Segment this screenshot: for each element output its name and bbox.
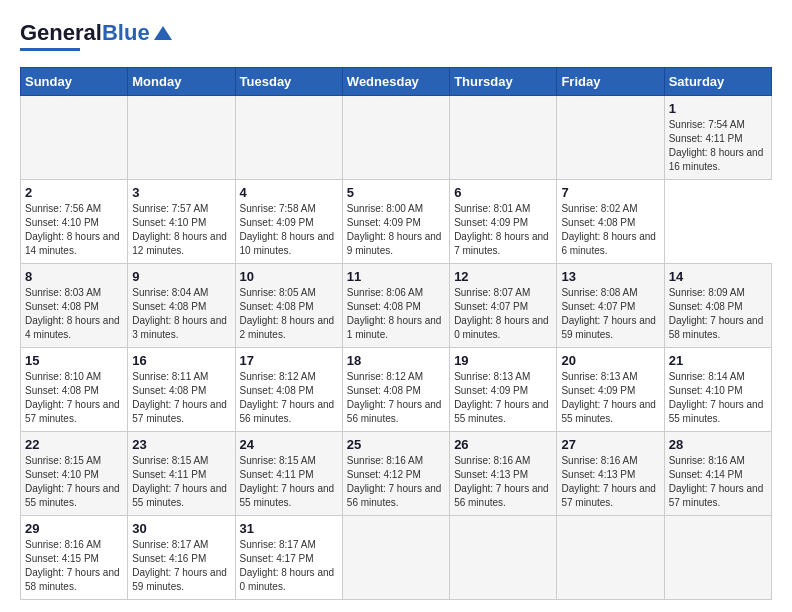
calendar-header-tuesday: Tuesday xyxy=(235,68,342,96)
calendar-day-16: 16Sunrise: 8:11 AMSunset: 4:08 PMDayligh… xyxy=(128,348,235,432)
calendar-header-friday: Friday xyxy=(557,68,664,96)
calendar-day-10: 10Sunrise: 8:05 AMSunset: 4:08 PMDayligh… xyxy=(235,264,342,348)
calendar-day-23: 23Sunrise: 8:15 AMSunset: 4:11 PMDayligh… xyxy=(128,432,235,516)
calendar-day-30: 30Sunrise: 8:17 AMSunset: 4:16 PMDayligh… xyxy=(128,516,235,600)
empty-cell xyxy=(664,516,771,600)
calendar-week-2: 2Sunrise: 7:56 AMSunset: 4:10 PMDaylight… xyxy=(21,180,772,264)
svg-marker-0 xyxy=(154,26,172,40)
empty-cell xyxy=(235,96,342,180)
calendar-day-21: 21Sunrise: 8:14 AMSunset: 4:10 PMDayligh… xyxy=(664,348,771,432)
calendar-day-27: 27Sunrise: 8:16 AMSunset: 4:13 PMDayligh… xyxy=(557,432,664,516)
logo: General Blue xyxy=(20,20,174,51)
calendar-day-29: 29Sunrise: 8:16 AMSunset: 4:15 PMDayligh… xyxy=(21,516,128,600)
calendar-day-11: 11Sunrise: 8:06 AMSunset: 4:08 PMDayligh… xyxy=(342,264,449,348)
logo-blue: Blue xyxy=(102,20,150,46)
calendar-day-5: 5Sunrise: 8:00 AMSunset: 4:09 PMDaylight… xyxy=(342,180,449,264)
calendar-day-28: 28Sunrise: 8:16 AMSunset: 4:14 PMDayligh… xyxy=(664,432,771,516)
calendar-week-4: 15Sunrise: 8:10 AMSunset: 4:08 PMDayligh… xyxy=(21,348,772,432)
logo-underline xyxy=(20,48,80,51)
calendar-day-1: 1Sunrise: 7:54 AMSunset: 4:11 PMDaylight… xyxy=(664,96,771,180)
calendar-header-row: SundayMondayTuesdayWednesdayThursdayFrid… xyxy=(21,68,772,96)
calendar-day-26: 26Sunrise: 8:16 AMSunset: 4:13 PMDayligh… xyxy=(450,432,557,516)
calendar-header-thursday: Thursday xyxy=(450,68,557,96)
calendar-day-3: 3Sunrise: 7:57 AMSunset: 4:10 PMDaylight… xyxy=(128,180,235,264)
empty-cell xyxy=(450,96,557,180)
calendar-day-15: 15Sunrise: 8:10 AMSunset: 4:08 PMDayligh… xyxy=(21,348,128,432)
logo-icon xyxy=(152,22,174,44)
calendar-day-13: 13Sunrise: 8:08 AMSunset: 4:07 PMDayligh… xyxy=(557,264,664,348)
calendar-day-12: 12Sunrise: 8:07 AMSunset: 4:07 PMDayligh… xyxy=(450,264,557,348)
calendar-day-31: 31Sunrise: 8:17 AMSunset: 4:17 PMDayligh… xyxy=(235,516,342,600)
calendar-day-20: 20Sunrise: 8:13 AMSunset: 4:09 PMDayligh… xyxy=(557,348,664,432)
calendar-header-monday: Monday xyxy=(128,68,235,96)
calendar-week-5: 22Sunrise: 8:15 AMSunset: 4:10 PMDayligh… xyxy=(21,432,772,516)
calendar-day-6: 6Sunrise: 8:01 AMSunset: 4:09 PMDaylight… xyxy=(450,180,557,264)
calendar-day-9: 9Sunrise: 8:04 AMSunset: 4:08 PMDaylight… xyxy=(128,264,235,348)
empty-cell xyxy=(450,516,557,600)
calendar-week-1: 1Sunrise: 7:54 AMSunset: 4:11 PMDaylight… xyxy=(21,96,772,180)
calendar-header-saturday: Saturday xyxy=(664,68,771,96)
calendar-week-3: 8Sunrise: 8:03 AMSunset: 4:08 PMDaylight… xyxy=(21,264,772,348)
calendar-day-18: 18Sunrise: 8:12 AMSunset: 4:08 PMDayligh… xyxy=(342,348,449,432)
calendar-day-2: 2Sunrise: 7:56 AMSunset: 4:10 PMDaylight… xyxy=(21,180,128,264)
calendar-day-17: 17Sunrise: 8:12 AMSunset: 4:08 PMDayligh… xyxy=(235,348,342,432)
empty-cell xyxy=(128,96,235,180)
calendar-day-19: 19Sunrise: 8:13 AMSunset: 4:09 PMDayligh… xyxy=(450,348,557,432)
calendar-day-14: 14Sunrise: 8:09 AMSunset: 4:08 PMDayligh… xyxy=(664,264,771,348)
calendar-day-7: 7Sunrise: 8:02 AMSunset: 4:08 PMDaylight… xyxy=(557,180,664,264)
page-header: General Blue xyxy=(20,20,772,51)
empty-cell xyxy=(21,96,128,180)
calendar-day-22: 22Sunrise: 8:15 AMSunset: 4:10 PMDayligh… xyxy=(21,432,128,516)
calendar-day-24: 24Sunrise: 8:15 AMSunset: 4:11 PMDayligh… xyxy=(235,432,342,516)
empty-cell xyxy=(342,96,449,180)
calendar-header-sunday: Sunday xyxy=(21,68,128,96)
calendar-header-wednesday: Wednesday xyxy=(342,68,449,96)
empty-cell xyxy=(342,516,449,600)
calendar-day-8: 8Sunrise: 8:03 AMSunset: 4:08 PMDaylight… xyxy=(21,264,128,348)
empty-cell xyxy=(557,516,664,600)
calendar-table: SundayMondayTuesdayWednesdayThursdayFrid… xyxy=(20,67,772,600)
calendar-day-25: 25Sunrise: 8:16 AMSunset: 4:12 PMDayligh… xyxy=(342,432,449,516)
empty-cell xyxy=(557,96,664,180)
calendar-week-6: 29Sunrise: 8:16 AMSunset: 4:15 PMDayligh… xyxy=(21,516,772,600)
calendar-day-4: 4Sunrise: 7:58 AMSunset: 4:09 PMDaylight… xyxy=(235,180,342,264)
logo-general: General xyxy=(20,20,102,46)
